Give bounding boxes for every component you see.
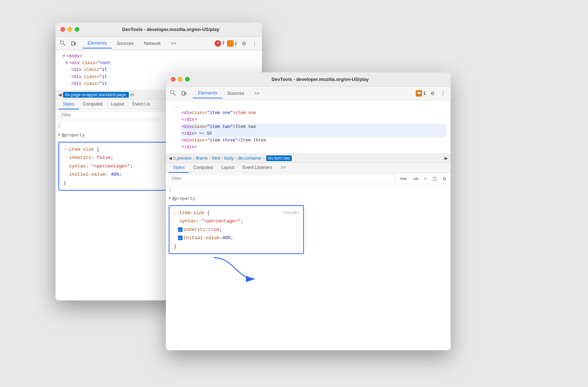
code-header-front: --item-size { <style> bbox=[174, 209, 299, 217]
svg-rect-4 bbox=[182, 92, 185, 95]
breadcrumb-suffix: m bbox=[130, 92, 134, 97]
error-icon-back: ✕ bbox=[215, 40, 221, 47]
settings-icon-front[interactable]: ⚙ bbox=[429, 89, 436, 97]
tab-network-back[interactable]: Network bbox=[139, 38, 166, 48]
svg-rect-3 bbox=[171, 91, 174, 94]
source-label: <style> bbox=[283, 210, 299, 217]
filter-hov-btn[interactable]: :hov bbox=[398, 176, 409, 181]
devtools-body-front: ... <div class="item one">item one </div… bbox=[166, 100, 451, 350]
highlight-container-front: --item-size { <style> syntax: "<percenta… bbox=[169, 205, 448, 254]
panel-tab-layout-front[interactable]: Layout bbox=[217, 163, 238, 173]
breadcrumb-left-arrow[interactable]: ◀ bbox=[58, 92, 62, 97]
tab-more-front[interactable]: >> bbox=[249, 88, 264, 98]
devtools-window-front: DevTools - developer.mozilla.org/en-US/p… bbox=[166, 72, 451, 350]
minimize-button-back[interactable] bbox=[68, 27, 72, 32]
breadcrumb-n-preview[interactable]: n.preview bbox=[173, 156, 191, 161]
code-syntax-front: syntax: "<percentage>"; bbox=[179, 217, 299, 225]
tab-elements-front[interactable]: Elements bbox=[193, 88, 222, 98]
dom-line-item-one: ... bbox=[170, 103, 446, 110]
breadcrumb-div-container[interactable]: div.container bbox=[238, 156, 262, 161]
svg-rect-2 bbox=[75, 42, 76, 45]
tab-elements-back[interactable]: Elements bbox=[83, 38, 112, 48]
panel-tab-event-back[interactable]: Event Lis bbox=[128, 99, 154, 109]
warning-icon-front: 💬 bbox=[416, 90, 422, 97]
panel-tab-computed-back[interactable]: Computed bbox=[79, 99, 107, 109]
panel-tab-computed-front[interactable]: Computed bbox=[189, 163, 217, 173]
warning-badge-back: ! 1 bbox=[227, 40, 237, 47]
warning-badge-front: 💬 1 bbox=[416, 90, 426, 97]
toolbar-right-front: 💬 1 ⚙ ⋮ bbox=[416, 89, 447, 97]
breadcrumb-body[interactable]: body bbox=[224, 156, 233, 161]
breadcrumb-div-item-two[interactable]: div.item.two bbox=[266, 155, 292, 161]
device-icon[interactable] bbox=[70, 40, 78, 47]
traffic-lights-front bbox=[171, 77, 190, 82]
dom-line-item-two-close: </div>== $0 bbox=[182, 130, 446, 137]
property-section-label-back: @property bbox=[62, 132, 85, 139]
dom-line-body: ▼ <body> bbox=[60, 53, 258, 60]
error-badge-back: ✕ 7 bbox=[215, 40, 225, 47]
filter-cls-btn[interactable]: .cls bbox=[411, 176, 420, 181]
tab-sources-front[interactable]: Sources bbox=[222, 88, 249, 98]
dom-tree-front: ... <div class="item one">item one </div… bbox=[166, 100, 451, 154]
panel-tab-styles-front[interactable]: Styles bbox=[169, 163, 189, 173]
close-button-front[interactable] bbox=[171, 77, 175, 82]
filter-add-btn[interactable]: + bbox=[422, 176, 428, 181]
panel-tab-layout-back[interactable]: Layout bbox=[107, 99, 128, 109]
warning-count-back: 1 bbox=[235, 41, 237, 46]
svg-rect-5 bbox=[185, 92, 186, 95]
settings-icon-back[interactable]: ⚙ bbox=[240, 40, 248, 47]
code-close-front: } bbox=[174, 242, 299, 251]
window-title-back: DevTools - developer.mozilla.org/en-US/p… bbox=[84, 27, 257, 32]
section-header-front[interactable]: @property bbox=[169, 195, 448, 202]
initial-value-checkbox[interactable] bbox=[178, 236, 183, 240]
breadcrumb-item-active[interactable]: div.page-wrapper.standard-page. bbox=[63, 92, 129, 98]
breadcrumb-iframe[interactable]: iframe bbox=[196, 156, 208, 161]
maximize-button-front[interactable] bbox=[185, 77, 190, 82]
title-bar-back: DevTools - developer.mozilla.org/en-US/p… bbox=[56, 22, 262, 37]
breadcrumb-right-arrow-front[interactable]: ▶ bbox=[445, 156, 448, 161]
filter-copy-btn[interactable]: 📋 bbox=[430, 176, 439, 182]
tab-more-back[interactable]: >> bbox=[166, 38, 181, 48]
svg-rect-0 bbox=[61, 41, 63, 44]
toolbar-front: Elements Sources >> 💬 1 ⚙ ⋮ bbox=[166, 87, 451, 100]
filter-input-front[interactable] bbox=[169, 175, 395, 182]
maximize-button-back[interactable] bbox=[75, 27, 79, 32]
error-count-back: 7 bbox=[222, 41, 225, 46]
dom-line-item-two: <div class="item two">Item two bbox=[182, 124, 446, 130]
prev-rule-close: } bbox=[169, 186, 448, 194]
dom-line-item-one-close: </div> bbox=[182, 117, 446, 123]
panel-tabs-front: Styles Computed Layout Event Listeners >… bbox=[166, 163, 451, 173]
code-initial-front: initial-value: 40%; bbox=[178, 234, 299, 242]
breadcrumb-left-arrow-front[interactable]: ◀ bbox=[169, 156, 172, 161]
warning-icon-back: ! bbox=[227, 40, 233, 47]
warning-count-front: 1 bbox=[423, 91, 426, 96]
dom-line-item-one-open: <div class="item one">item one bbox=[182, 110, 446, 117]
tabs-back: Elements Sources Network >> bbox=[83, 38, 181, 48]
inspector-icon-front[interactable] bbox=[169, 89, 177, 97]
svg-rect-1 bbox=[72, 42, 74, 45]
inherits-checkbox[interactable] bbox=[178, 227, 183, 232]
panel-tab-event-front[interactable]: Event Listeners bbox=[238, 163, 277, 173]
breadcrumb-html[interactable]: html bbox=[212, 156, 220, 161]
property-section-label-front: @property bbox=[172, 195, 195, 202]
styles-content-front: } @property --item-size { <style> bbox=[166, 184, 451, 350]
device-icon-front[interactable] bbox=[180, 89, 188, 97]
code-inherits-front: inherits: true; bbox=[178, 226, 299, 234]
more-icon-front[interactable]: ⋮ bbox=[439, 89, 447, 97]
dom-line-item-three: <div class="item three">Item three bbox=[182, 137, 446, 144]
more-icon-back[interactable]: ⋮ bbox=[251, 40, 258, 47]
panel-tab-styles-back[interactable]: Styles bbox=[58, 99, 79, 109]
minimize-button-front[interactable] bbox=[178, 77, 183, 82]
toolbar-right-back: ✕ 7 ! 1 ⚙ ⋮ bbox=[215, 40, 258, 47]
traffic-lights-back bbox=[61, 27, 79, 32]
highlight-box-front: --item-size { <style> syntax: "<percenta… bbox=[169, 205, 304, 254]
filter-layout-btn[interactable]: ⊡ bbox=[441, 176, 448, 182]
toolbar-back: Elements Sources Network >> ✕ 7 ! 1 ⚙ ⋮ bbox=[56, 37, 262, 50]
panel-tab-more-front[interactable]: >> bbox=[277, 163, 290, 173]
tab-sources-back[interactable]: Sources bbox=[112, 38, 139, 48]
breadcrumb-front: ◀ n.preview › iframe › html › body › div… bbox=[166, 154, 451, 163]
title-bar-front: DevTools - developer.mozilla.org/en-US/p… bbox=[166, 72, 451, 87]
close-button-back[interactable] bbox=[61, 27, 65, 32]
inspector-icon[interactable] bbox=[59, 40, 67, 47]
scene: DevTools - developer.mozilla.org/en-US/p… bbox=[56, 22, 532, 365]
